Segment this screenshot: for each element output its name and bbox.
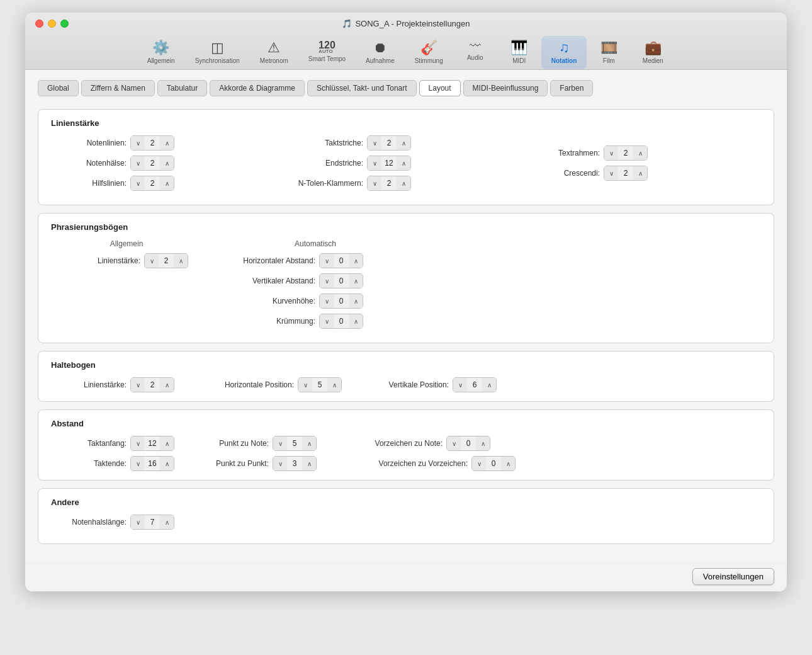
toolbar-item-aufnahme[interactable]: ⏺ Aufnahme [356,36,405,69]
vorzeichen-zu-vorzeichen-up[interactable]: ∧ [501,456,515,471]
vorzeichen-zu-vorzeichen-down[interactable]: ∨ [472,456,486,471]
taktende-stepper[interactable]: ∨ 16 ∧ [130,456,174,471]
hilfslinien-up[interactable]: ∧ [160,176,174,191]
haltebogen-linienstaerke-up[interactable]: ∧ [160,377,174,392]
toolbar-item-notation[interactable]: ♫ Notation [541,36,587,69]
vorzeichen-zu-note-stepper[interactable]: ∨ 0 ∧ [446,436,490,451]
toolbar-item-synchronisation[interactable]: ◫ Synchronisation [185,36,250,69]
taktanfang-up[interactable]: ∧ [160,436,174,451]
toolbar-item-medien[interactable]: 💼 Medien [631,36,675,69]
taktstriche-stepper[interactable]: ∨ 2 ∧ [367,135,411,151]
tab-midi-beein[interactable]: MIDI-Beeinflussung [463,80,548,96]
punkt-zu-note-stepper[interactable]: ∨ 5 ∧ [273,436,317,451]
punkt-zu-punkt-stepper[interactable]: ∨ 3 ∧ [273,456,317,471]
tab-farben[interactable]: Farben [550,80,593,96]
horiz-position-up[interactable]: ∧ [327,377,341,392]
notenhaelse-stepper[interactable]: ∨ 2 ∧ [130,156,174,171]
tab-schluessel[interactable]: Schlüssel, Takt- und Tonart [307,80,417,96]
endstriche-down[interactable]: ∨ [368,156,381,171]
kruemmung-up[interactable]: ∧ [349,314,363,329]
kruemmung-stepper[interactable]: ∨ 0 ∧ [319,314,363,329]
haltebogen-linienstaerke-stepper[interactable]: ∨ 2 ∧ [130,377,174,392]
vert-abstand-stepper[interactable]: ∨ 0 ∧ [319,273,363,288]
film-icon: 🎞️ [601,40,617,56]
vorzeichen-zu-vorzeichen-stepper[interactable]: ∨ 0 ∧ [471,456,516,471]
vert-position-up[interactable]: ∧ [482,377,496,392]
kurvenhoehe-down[interactable]: ∨ [320,293,334,309]
taktende-down[interactable]: ∨ [131,456,145,471]
tab-global[interactable]: Global [38,80,79,96]
vert-position-down[interactable]: ∨ [453,377,467,392]
tab-ziffern[interactable]: Ziffern & Namen [81,80,155,96]
punkt-zu-note-up[interactable]: ∧ [302,436,316,451]
notenlinien-down[interactable]: ∨ [131,135,145,151]
notenhaelse-value: 2 [145,159,160,168]
notenhaelse-down[interactable]: ∨ [131,156,145,171]
vert-abstand-down[interactable]: ∨ [320,273,334,288]
crescendi-up[interactable]: ∧ [633,166,647,181]
midi-label: MIDI [512,57,526,64]
sub-tabs: Global Ziffern & Namen Tabulatur Akkorde… [38,80,774,99]
punkt-zu-punkt-down[interactable]: ∨ [273,456,287,471]
phras-linienstaerke-group: Linienstärke: ∨ 2 ∧ [65,253,188,268]
kurvenhoehe-row: Kurvenhöhe: ∨ 0 ∧ [215,293,416,309]
notenhaelse-up[interactable]: ∧ [160,156,174,171]
vorzeichen-zu-note-down[interactable]: ∨ [447,436,461,451]
hilfslinien-down[interactable]: ∨ [131,176,145,191]
horiz-position-stepper[interactable]: ∨ 5 ∧ [298,377,342,392]
horiz-abstand-up[interactable]: ∧ [349,253,363,268]
textrahmen-up[interactable]: ∧ [633,145,647,161]
taktstriche-up[interactable]: ∧ [397,135,410,151]
horiz-position-down[interactable]: ∨ [298,377,312,392]
tab-tabulatur[interactable]: Tabulatur [157,80,207,96]
punkt-zu-note-down[interactable]: ∨ [273,436,287,451]
stimmung-icon: 🎸 [420,40,437,56]
taktstriche-down[interactable]: ∨ [368,135,381,151]
kurvenhoehe-stepper[interactable]: ∨ 0 ∧ [319,293,363,309]
phras-linienstaerke-stepper[interactable]: ∨ 2 ∧ [144,253,188,268]
toolbar-item-smart-tempo[interactable]: 120AUTO Smart Tempo [298,36,356,69]
notenlinien-up[interactable]: ∧ [160,135,174,151]
horiz-abstand-down[interactable]: ∨ [320,253,334,268]
n-tolen-down[interactable]: ∨ [368,176,381,191]
toolbar-item-midi[interactable]: 🎹 MIDI [497,36,541,69]
kruemmung-down[interactable]: ∨ [320,314,334,329]
crescendi-stepper[interactable]: ∨ 2 ∧ [604,166,648,181]
taktanfang-stepper[interactable]: ∨ 12 ∧ [130,436,174,451]
maximize-button[interactable] [60,20,69,28]
notenhalsl-down[interactable]: ∨ [131,515,145,530]
n-tolen-up[interactable]: ∧ [397,176,410,191]
crescendi-down[interactable]: ∨ [604,166,618,181]
hilfslinien-stepper[interactable]: ∨ 2 ∧ [130,176,174,191]
taktanfang-down[interactable]: ∨ [131,436,145,451]
toolbar-item-allgemein[interactable]: ⚙️ Allgemein [137,36,185,69]
toolbar-item-metronom[interactable]: ⚠ Metronom [250,36,298,69]
voreinstellungen-button[interactable]: Voreinstellungen [692,568,774,585]
taktende-up[interactable]: ∧ [160,456,174,471]
toolbar-item-audio[interactable]: 〰 Audio [453,36,497,69]
haltebogen-linienstaerke-down[interactable]: ∨ [131,377,145,392]
haltebogen-linienstaerke-group: Linienstärke: ∨ 2 ∧ [51,377,174,392]
phras-linienstaerke-up[interactable]: ∧ [174,253,188,268]
notenlinien-stepper[interactable]: ∨ 2 ∧ [130,135,174,151]
close-button[interactable] [35,20,43,28]
kurvenhoehe-up[interactable]: ∧ [349,293,363,309]
notenhalsl-stepper[interactable]: ∨ 7 ∧ [130,515,174,530]
n-tolen-stepper[interactable]: ∨ 2 ∧ [367,176,411,191]
textrahmen-stepper[interactable]: ∨ 2 ∧ [604,145,648,161]
textrahmen-down[interactable]: ∨ [604,145,618,161]
endstriche-up[interactable]: ∧ [397,156,410,171]
tab-layout[interactable]: Layout [419,80,461,96]
endstriche-stepper[interactable]: ∨ 12 ∧ [367,156,411,171]
phras-linienstaerke-down[interactable]: ∨ [145,253,159,268]
punkt-zu-punkt-up[interactable]: ∧ [302,456,316,471]
toolbar-item-stimmung[interactable]: 🎸 Stimmung [405,36,453,69]
vert-position-stepper[interactable]: ∨ 6 ∧ [453,377,497,392]
notenhalsl-up[interactable]: ∧ [160,515,174,530]
toolbar-item-film[interactable]: 🎞️ Film [587,36,631,69]
vert-abstand-up[interactable]: ∧ [349,273,363,288]
minimize-button[interactable] [48,20,56,28]
horiz-abstand-stepper[interactable]: ∨ 0 ∧ [319,253,363,268]
vorzeichen-zu-note-up[interactable]: ∧ [476,436,490,451]
tab-akkorde[interactable]: Akkorde & Diagramme [210,80,305,96]
